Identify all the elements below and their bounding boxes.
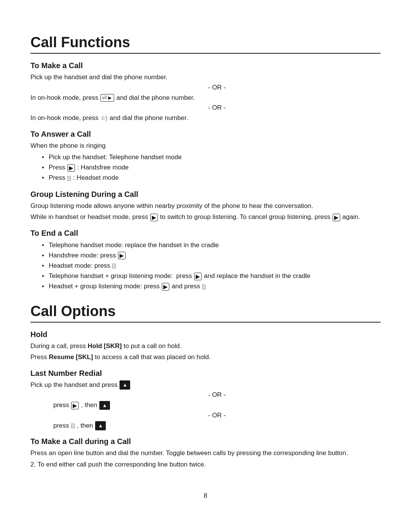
end-call-bullet-4: Telephone handset + group listening mode… bbox=[42, 271, 381, 281]
speaker-icon-6: ▶ bbox=[194, 273, 202, 280]
make-a-call-heading: To Make a Call bbox=[30, 61, 381, 70]
speaker-icon-2: ▶ bbox=[67, 164, 75, 172]
make-a-call-or1: - OR - bbox=[53, 84, 381, 91]
end-call-bullet-2: Handsfree mode: press ▶ bbox=[42, 250, 381, 260]
resume-skl-label: Resume [SKL] bbox=[49, 353, 93, 361]
answer-a-call-subsection: To Answer a Call When the phone is ringi… bbox=[30, 130, 381, 183]
lnr-line3: press ⌹ , then ▲ bbox=[53, 421, 381, 431]
end-call-bullet-5: Headset + group listening mode: press ▶ … bbox=[42, 281, 381, 291]
answer-bullet-3: Press ⌹ : Headset mode bbox=[42, 173, 381, 183]
answer-a-call-heading: To Answer a Call bbox=[30, 130, 381, 139]
group-listening-line1: Group listening mode allows anyone withi… bbox=[30, 201, 381, 211]
call-options-section: Call Options Hold During a call, press H… bbox=[30, 303, 381, 470]
speaker-icon-5: ▶ bbox=[118, 252, 126, 259]
speaker-icon-8: ▶ bbox=[71, 402, 79, 409]
mcdc-line1: Press an open line button and dial the n… bbox=[30, 448, 381, 458]
make-a-call-or2: - OR - bbox=[53, 104, 381, 112]
answer-bullet-2: Press ▶ : Handsfree mode bbox=[42, 162, 381, 173]
make-a-call-line1: Pick up the handset and dial the phone n… bbox=[30, 72, 381, 82]
make-a-call-line2: In on-hook mode, press ⏎► and dial the p… bbox=[30, 93, 381, 103]
group-listening-subsection: Group Listening During a Call Group list… bbox=[30, 190, 381, 222]
headset-icon-2: ⌹ bbox=[67, 174, 71, 183]
make-call-during-call-heading: To Make a Call during a Call bbox=[30, 437, 381, 446]
headset-icon-3: ⌹ bbox=[112, 261, 116, 270]
group-listening-heading: Group Listening During a Call bbox=[30, 190, 381, 199]
hold-line1: During a call, press Hold [SKR] to put a… bbox=[30, 341, 381, 351]
speaker-icon-3: ▶ bbox=[150, 214, 158, 221]
redial-icon-1: ▲ bbox=[119, 380, 130, 390]
call-functions-title: Call Functions bbox=[30, 34, 381, 54]
headset-icon-4: ⌹ bbox=[202, 282, 206, 291]
speaker-icon-4: ▶ bbox=[333, 214, 340, 221]
make-a-call-line3: In on-hook mode, press ☆〉 and dial the p… bbox=[30, 113, 381, 123]
page-number: 8 bbox=[30, 492, 381, 500]
answer-bullet-list: Pick up the handset: Telephone handset m… bbox=[42, 152, 381, 183]
lnr-or1: - OR - bbox=[53, 391, 381, 399]
end-a-call-subsection: To End a Call Telephone handset mode: re… bbox=[30, 229, 381, 292]
call-functions-section: Call Functions To Make a Call Pick up th… bbox=[30, 34, 381, 292]
lnr-line2: press ▶ , then ▲ bbox=[53, 400, 381, 410]
answer-bullet-1: Pick up the handset: Telephone handset m… bbox=[42, 152, 381, 162]
end-call-bullet-1: Telephone handset mode: replace the hand… bbox=[42, 240, 381, 250]
make-a-call-subsection: To Make a Call Pick up the handset and d… bbox=[30, 61, 381, 123]
lnr-or2: - OR - bbox=[53, 412, 381, 419]
redial-icon-3: ▲ bbox=[95, 421, 106, 430]
hold-subsection: Hold During a call, press Hold [SKR] to … bbox=[30, 330, 381, 362]
hold-line2: Press Resume [SKL] to access a call that… bbox=[30, 352, 381, 362]
speaker-icon-7: ▶ bbox=[162, 283, 169, 291]
headset-icon-5: ⌹ bbox=[71, 422, 75, 430]
redial-icon-2: ▲ bbox=[99, 401, 110, 410]
call-options-title: Call Options bbox=[30, 303, 381, 323]
lnr-line1: Pick up the handset and press ▲ bbox=[30, 380, 381, 390]
end-call-bullet-list: Telephone handset mode: replace the hand… bbox=[42, 240, 381, 292]
last-number-redial-heading: Last Number Redial bbox=[30, 369, 381, 378]
headset-icon-1: ☆〉 bbox=[100, 114, 107, 123]
hold-heading: Hold bbox=[30, 330, 381, 339]
end-call-bullet-3: Headset mode: press ⌹ bbox=[42, 260, 381, 271]
end-a-call-heading: To End a Call bbox=[30, 229, 381, 238]
make-call-during-call-subsection: To Make a Call during a Call Press an op… bbox=[30, 437, 381, 469]
answer-intro: When the phone is ringing bbox=[30, 141, 381, 151]
hold-skr-label: Hold [SKR] bbox=[88, 342, 122, 350]
speaker-icon-1: ⏎► bbox=[100, 94, 114, 102]
mcdc-line2: 2. To end either call push the correspon… bbox=[30, 460, 381, 470]
last-number-redial-subsection: Last Number Redial Pick up the handset a… bbox=[30, 369, 381, 431]
group-listening-line2: While in handset or headset mode, press … bbox=[30, 212, 381, 222]
